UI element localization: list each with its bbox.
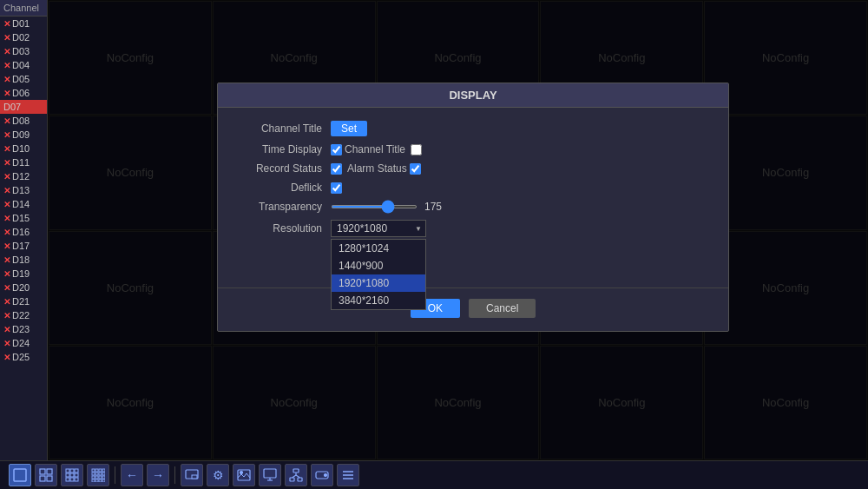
channel-title-checkbox[interactable] [331, 144, 342, 155]
x-mark-icon: ✕ [3, 228, 10, 237]
dialog-body: Channel Title Set Time Display Channel T… [218, 108, 728, 287]
sidebar-item-label: D22 [12, 310, 30, 320]
transparency-slider[interactable] [331, 205, 418, 208]
sidebar-item-d03[interactable]: ✕D03 [0, 44, 47, 58]
cancel-button[interactable]: Cancel [469, 299, 536, 318]
sidebar-item-label: D02 [12, 32, 30, 43]
sidebar-item-d21[interactable]: ✕D21 [0, 294, 47, 308]
sidebar-item-d24[interactable]: ✕D24 [0, 336, 47, 350]
dropdown-option-4[interactable]: 3840*2160 [332, 292, 425, 309]
svg-rect-20 [99, 472, 102, 475]
toolbar-btn-list[interactable] [337, 464, 359, 486]
toolbar-separator-2 [174, 466, 175, 484]
prev-icon: ← [126, 468, 138, 482]
x-mark-icon: ✕ [3, 186, 10, 195]
sidebar-item-label: D07 [3, 102, 21, 112]
alarm-status-checkbox[interactable] [410, 163, 421, 175]
record-status-check-item [331, 163, 342, 175]
next-icon: → [152, 468, 164, 482]
x-mark-icon: ✕ [3, 339, 10, 348]
sidebar-item-d16[interactable]: ✕D16 [0, 225, 47, 239]
x-mark-icon: ✕ [3, 33, 10, 43]
toolbar-btn-grid1[interactable] [9, 464, 31, 486]
svg-rect-19 [95, 472, 98, 475]
svg-rect-13 [75, 478, 78, 481]
sidebar-item-d06[interactable]: ✕D06 [0, 86, 47, 100]
sidebar-item-d11[interactable]: ✕D11 [0, 155, 47, 169]
svg-rect-24 [99, 476, 102, 479]
sidebar-item-d18[interactable]: ✕D18 [0, 253, 47, 267]
sidebar-item-d25[interactable]: ✕D25 [0, 350, 47, 364]
sidebar-item-d08[interactable]: ✕D08 [0, 114, 47, 128]
sidebar-item-d13[interactable]: ✕D13 [0, 183, 47, 197]
toolbar-btn-network[interactable] [285, 464, 307, 486]
dialog-footer: OK Cancel [218, 287, 728, 331]
toolbar-btn-grid4[interactable] [35, 464, 57, 486]
sidebar-item-label: D09 [12, 129, 30, 140]
resolution-select[interactable]: 1920*1080 1280*1024 1440*900 3840*2160 [331, 220, 426, 237]
toolbar-btn-monitor[interactable] [259, 464, 281, 486]
x-mark-icon: ✕ [3, 283, 10, 293]
svg-rect-16 [99, 469, 102, 472]
toolbar-btn-prev[interactable]: ← [121, 464, 143, 486]
sidebar-item-d10[interactable]: ✕D10 [0, 142, 47, 155]
sidebar-item-d05[interactable]: ✕D05 [0, 72, 47, 86]
dropdown-option-1[interactable]: 1280*1024 [332, 240, 425, 257]
display-dialog: DISPLAY Channel Title Set Time Display C… [217, 83, 729, 332]
dropdown-option-2[interactable]: 1440*900 [332, 257, 425, 274]
svg-rect-39 [298, 478, 302, 481]
sidebar-item-label: D24 [12, 338, 30, 348]
sidebar-item-d15[interactable]: ✕D15 [0, 211, 47, 225]
sidebar-item-d12[interactable]: ✕D12 [0, 169, 47, 183]
set-button[interactable]: Set [331, 121, 367, 136]
sidebar-item-d09[interactable]: ✕D09 [0, 128, 47, 142]
toolbar-btn-image[interactable] [233, 464, 255, 486]
sidebar-item-d23[interactable]: ✕D23 [0, 322, 47, 336]
svg-rect-5 [66, 469, 69, 472]
svg-rect-7 [75, 469, 78, 472]
svg-rect-31 [192, 475, 197, 479]
x-mark-icon: ✕ [3, 297, 10, 307]
sidebar-item-d02[interactable]: ✕D02 [0, 30, 47, 44]
sidebar-item-d01[interactable]: ✕D01 [0, 17, 47, 30]
sidebar-item-label: D05 [12, 74, 30, 84]
x-mark-icon: ✕ [3, 200, 10, 209]
svg-rect-12 [70, 478, 74, 481]
svg-rect-27 [95, 479, 98, 482]
record-status-label: Record Status [235, 162, 322, 175]
sidebar-item-d20[interactable]: ✕D20 [0, 281, 47, 294]
sidebar-item-d22[interactable]: ✕D22 [0, 308, 47, 322]
sidebar-item-d14[interactable]: ✕D14 [0, 197, 47, 211]
sidebar-item-d19[interactable]: ✕D19 [0, 267, 47, 281]
sidebar-item-d17[interactable]: ✕D17 [0, 239, 47, 253]
svg-rect-18 [92, 472, 95, 475]
sidebar-item-d07[interactable]: D07 [0, 100, 47, 114]
resolution-label: Resolution [235, 222, 322, 235]
svg-rect-34 [264, 469, 276, 478]
svg-rect-4 [47, 476, 52, 481]
record-status-checkbox[interactable] [331, 163, 342, 175]
sidebar-item-label: D23 [12, 324, 30, 334]
svg-point-44 [325, 474, 327, 477]
toolbar-btn-grid16[interactable] [87, 464, 109, 486]
deflick-label: Deflick [235, 182, 322, 194]
x-mark-icon: ✕ [3, 19, 10, 29]
toolbar-btn-grid9[interactable] [61, 464, 83, 486]
sidebar-item-label: D17 [12, 241, 30, 251]
toolbar-btn-next[interactable]: → [147, 464, 169, 486]
transparency-slider-container: 175 [331, 201, 442, 213]
sidebar-item-label: D19 [12, 268, 30, 279]
toolbar-btn-settings[interactable]: ⚙ [207, 464, 229, 486]
toolbar-btn-hdd[interactable] [311, 464, 333, 486]
x-mark-icon: ✕ [3, 75, 10, 84]
toolbar-btn-pip[interactable] [181, 464, 203, 486]
sidebar-item-d04[interactable]: ✕D04 [0, 58, 47, 72]
time-display-checkbox2[interactable] [411, 144, 422, 155]
deflick-checkbox[interactable] [331, 182, 342, 194]
x-mark-icon: ✕ [3, 61, 10, 70]
bottom-toolbar: ← → ⚙ [0, 460, 868, 489]
sidebar-item-label: D11 [12, 157, 30, 168]
dropdown-option-3[interactable]: 1920*1080 [332, 274, 425, 292]
resolution-select-wrapper: 1920*1080 1280*1024 1440*900 3840*2160 [331, 220, 426, 237]
sidebar-item-label: D20 [12, 282, 30, 293]
